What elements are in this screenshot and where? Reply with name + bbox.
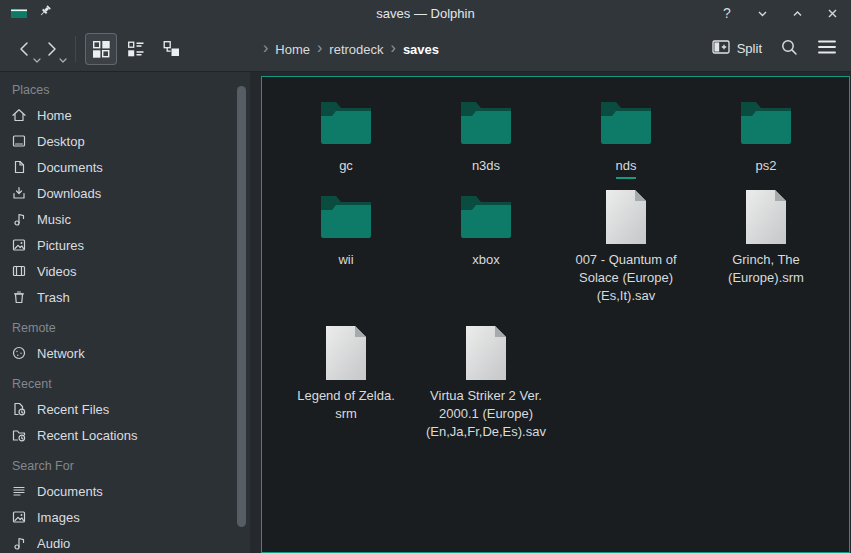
sidebar-item-label: Music (37, 212, 71, 227)
recent-file-icon (11, 401, 27, 417)
minimize-button[interactable] (753, 4, 771, 22)
sidebar-item-home[interactable]: Home (0, 102, 250, 128)
breadcrumb-separator-icon: › (310, 39, 329, 59)
download-icon (11, 185, 27, 201)
breadcrumb-item-saves[interactable]: saves (403, 42, 439, 57)
file-item-legend-of-zelda[interactable]: Legend of Zelda. srm (276, 323, 416, 441)
dolphin-window: saves — Dolphin ? (0, 0, 851, 553)
sidebar-item-label: Documents (37, 484, 103, 499)
section-header-search-for: Search For (0, 448, 250, 478)
folder-item-wii[interactable]: wii (276, 187, 416, 323)
folder-icon (318, 93, 374, 153)
hamburger-menu-icon[interactable] (817, 39, 837, 58)
item-label: gc (339, 157, 353, 175)
film-icon (11, 263, 27, 279)
folder-view[interactable]: gc n3ds nds ps2 (261, 76, 850, 553)
tree-view-button[interactable] (155, 33, 187, 65)
search-icon[interactable] (780, 38, 799, 60)
sidebar-item-pictures[interactable]: Pictures (0, 232, 250, 258)
home-icon (11, 107, 27, 123)
item-label: wii (338, 251, 353, 269)
folder-item-nds[interactable]: nds (556, 93, 696, 187)
folder-icon (318, 187, 374, 247)
sidebar-item-label: Trash (37, 290, 70, 305)
item-label: 007 - Quantum of Solace (Europe) (Es,It)… (575, 251, 676, 305)
sidebar-item-search-images[interactable]: Images (0, 504, 250, 530)
file-icon (603, 187, 649, 247)
folder-item-xbox[interactable]: xbox (416, 187, 556, 323)
file-item-virtua-striker-2[interactable]: Virtua Striker 2 Ver. 2000.1 (Europe) (E… (416, 323, 556, 441)
item-label: n3ds (472, 157, 500, 175)
trash-icon (11, 289, 27, 305)
sidebar-item-label: Pictures (37, 238, 84, 253)
folder-icon (738, 93, 794, 153)
split-view-icon (712, 39, 730, 58)
sidebar-item-search-documents[interactable]: Documents (0, 478, 250, 504)
folder-icon (458, 187, 514, 247)
back-button[interactable] (12, 34, 38, 64)
file-icon (323, 323, 369, 383)
sidebar-item-videos[interactable]: Videos (0, 258, 250, 284)
sidebar-item-label: Audio (37, 536, 70, 551)
file-icon (743, 187, 789, 247)
split-button[interactable]: Split (712, 39, 762, 58)
sidebar-item-network[interactable]: Network (0, 340, 250, 366)
section-header-remote: Remote (0, 310, 250, 340)
sidebar-item-music[interactable]: Music (0, 206, 250, 232)
icons-view-button[interactable] (85, 33, 117, 65)
item-label: Virtua Striker 2 Ver. 2000.1 (Europe) (E… (426, 387, 546, 441)
sidebar-item-label: Videos (37, 264, 77, 279)
sidebar-item-label: Recent Files (37, 402, 109, 417)
item-label: nds (616, 157, 637, 179)
sidebar-item-recent-files[interactable]: Recent Files (0, 396, 250, 422)
file-item-grinch-the-europe[interactable]: Grinch, The (Europe).srm (696, 187, 836, 323)
sidebar-scrollbar[interactable] (237, 86, 246, 527)
item-label: Grinch, The (Europe).srm (728, 251, 804, 287)
section-header-places: Places (0, 72, 250, 102)
sidebar-item-downloads[interactable]: Downloads (0, 180, 250, 206)
desktop-icon (11, 133, 27, 149)
maximize-button[interactable] (788, 4, 806, 22)
sidebar-item-recent-locations[interactable]: Recent Locations (0, 422, 250, 448)
help-button[interactable]: ? (718, 4, 736, 22)
sidebar-item-label: Home (37, 108, 72, 123)
sidebar-item-label: Network (37, 346, 85, 361)
folder-item-n3ds[interactable]: n3ds (416, 93, 556, 187)
places-panel: Places Home Desktop Documents Downloads … (0, 72, 250, 553)
breadcrumb-separator-icon: › (256, 39, 275, 59)
item-label: ps2 (756, 157, 777, 175)
sidebar-item-label: Recent Locations (37, 428, 137, 443)
folder-item-gc[interactable]: gc (276, 93, 416, 187)
folder-icon (458, 93, 514, 153)
sidebar-item-documents[interactable]: Documents (0, 154, 250, 180)
sidebar-item-label: Desktop (37, 134, 85, 149)
details-view-button[interactable] (120, 33, 152, 65)
sidebar-item-desktop[interactable]: Desktop (0, 128, 250, 154)
item-label: Legend of Zelda. srm (297, 387, 395, 423)
titlebar[interactable]: saves — Dolphin ? (0, 0, 851, 26)
breadcrumb-item-home[interactable]: Home (275, 42, 310, 57)
toolbar-separator (75, 36, 76, 62)
folder-icon (598, 93, 654, 153)
file-item-007-quantum-of-solace[interactable]: 007 - Quantum of Solace (Europe) (Es,It)… (556, 187, 696, 323)
pin-icon[interactable] (38, 4, 53, 22)
music-note-icon (11, 535, 27, 551)
text-lines-icon (11, 483, 27, 499)
sidebar-item-trash[interactable]: Trash (0, 284, 250, 310)
recent-folder-icon (11, 427, 27, 443)
close-button[interactable] (823, 4, 841, 22)
window-folder-icon (10, 5, 28, 22)
music-note-icon (11, 211, 27, 227)
image-icon (11, 237, 27, 253)
breadcrumb-item-retrodeck[interactable]: retrodeck (329, 42, 383, 57)
sidebar-item-label: Downloads (37, 186, 101, 201)
sidebar-item-search-audio[interactable]: Audio (0, 530, 250, 553)
section-header-recent: Recent (0, 366, 250, 396)
split-button-label: Split (737, 41, 762, 56)
item-label: xbox (472, 251, 499, 269)
icon-grid: gc n3ds nds ps2 (262, 77, 849, 441)
folder-item-ps2[interactable]: ps2 (696, 93, 836, 187)
forward-button[interactable] (38, 34, 64, 64)
breadcrumb: › Home › retrodeck › saves (256, 26, 439, 72)
file-icon (463, 323, 509, 383)
